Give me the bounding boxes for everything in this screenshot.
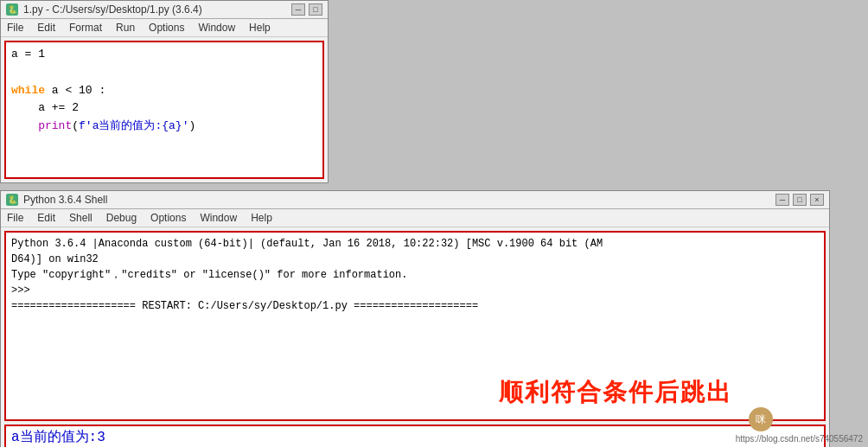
editor-menu-file[interactable]: File <box>4 21 26 35</box>
editor-menubar: File Edit Format Run Options Window Help <box>1 19 328 37</box>
shell-menu-file[interactable]: File <box>4 211 26 225</box>
editor-menu-window[interactable]: Window <box>195 21 238 35</box>
shell-minimize-btn[interactable]: ─ <box>775 194 789 206</box>
editor-menu-options[interactable]: Options <box>146 21 187 35</box>
code-line-while: while a < 10 : <box>11 82 317 100</box>
watermark-avatar-label: 咪 <box>756 412 766 427</box>
shell-menu-edit[interactable]: Edit <box>35 211 58 225</box>
shell-header-3: Type "copyright"，"credits" or "license()… <box>11 267 819 283</box>
shell-maximize-btn[interactable]: □ <box>793 194 807 206</box>
shell-menu-options[interactable]: Options <box>148 211 188 225</box>
shell-title: Python 3.6.4 Shell <box>23 194 107 206</box>
editor-menu-edit[interactable]: Edit <box>35 21 58 35</box>
code-line-print: print(f'a当前的值为:{a}') <box>11 118 317 136</box>
shell-header-2: D64)] on win32 <box>11 252 819 267</box>
editor-titlebar: 🐍 1.py - C:/Users/sy/Desktop/1.py (3.6.4… <box>1 1 328 19</box>
code-line-blank <box>11 64 317 82</box>
editor-title: 1.py - C:/Users/sy/Desktop/1.py (3.6.4) <box>23 3 202 16</box>
annotation-area: 顺利符合条件后跳出 <box>363 337 868 447</box>
shell-menu-debug[interactable]: Debug <box>104 211 139 225</box>
editor-menu-format[interactable]: Format <box>67 21 105 35</box>
shell-menu-help[interactable]: Help <box>248 211 275 225</box>
shell-close-btn[interactable]: × <box>810 194 824 206</box>
editor-menu-help[interactable]: Help <box>246 21 273 35</box>
editor-code-area[interactable]: a = 1 while a < 10 : a += 2 print(f'a当前的… <box>4 41 324 179</box>
watermark-avatar: 咪 <box>749 407 773 431</box>
watermark-url: https://blog.csdn.net/s740556472 <box>736 434 863 444</box>
shell-restart-line: ==================== RESTART: C:/Users/s… <box>11 298 819 314</box>
editor-icon: 🐍 <box>6 3 18 16</box>
shell-header-prompt: >>> <box>11 283 819 298</box>
shell-header-1: Python 3.6.4 |Anaconda custom (64-bit)| … <box>11 236 819 252</box>
editor-maximize-btn[interactable]: □ <box>309 3 322 16</box>
shell-titlebar: 🐍 Python 3.6.4 Shell ─ □ × <box>1 191 829 209</box>
editor-window: 🐍 1.py - C:/Users/sy/Desktop/1.py (3.6.4… <box>0 0 329 183</box>
shell-window-controls: ─ □ × <box>775 194 824 206</box>
editor-menu-run[interactable]: Run <box>113 21 137 35</box>
annotation-text: 顺利符合条件后跳出 <box>499 376 732 409</box>
code-line-assign: a += 2 <box>11 99 317 118</box>
code-line-1: a = 1 <box>11 46 317 64</box>
shell-menu-window[interactable]: Window <box>197 211 239 225</box>
shell-menubar: File Edit Shell Debug Options Window Hel… <box>1 209 829 227</box>
shell-menu-shell[interactable]: Shell <box>67 211 95 225</box>
editor-window-controls: ─ □ <box>291 3 322 16</box>
editor-minimize-btn[interactable]: ─ <box>291 3 305 16</box>
shell-icon: 🐍 <box>6 194 18 206</box>
